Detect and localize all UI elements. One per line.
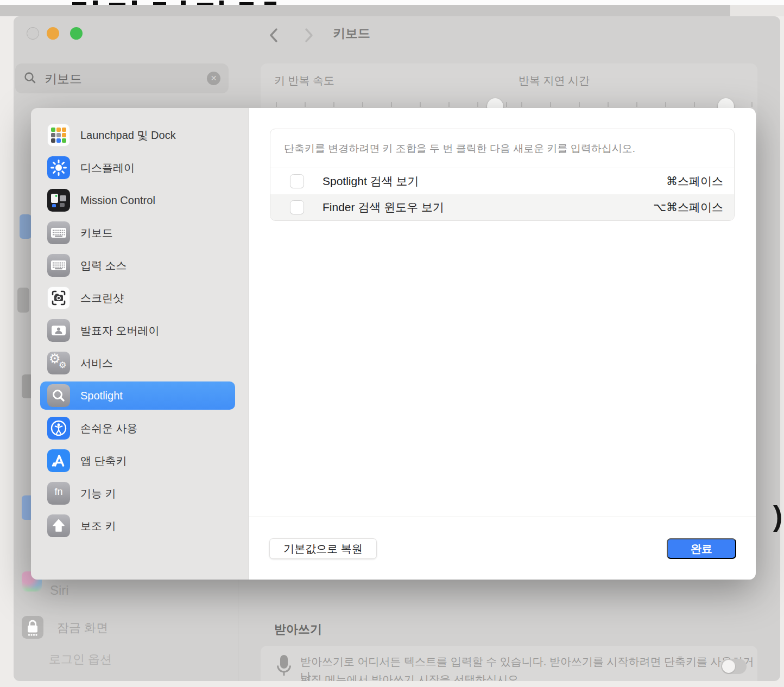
back-button[interactable] xyxy=(266,25,282,48)
input-sources-icon xyxy=(47,254,70,277)
sidebar-item-login-options[interactable]: 로그인 옵션 xyxy=(49,651,112,667)
presenter-overlay-icon xyxy=(47,319,70,342)
dictation-description-line2: 편집 메뉴에서 받아쓰기 시작을 선택하십시오. xyxy=(300,672,522,681)
background-strip-right xyxy=(730,5,784,16)
dictation-heading: 받아쓰기 xyxy=(274,621,322,638)
background-strip xyxy=(0,5,784,16)
function-keys-icon: fn xyxy=(47,482,70,505)
services-icon: ⚙⚙ xyxy=(47,352,70,374)
screenshot-icon xyxy=(47,287,70,309)
keyboard-shortcuts-sheet: Launchpad 및 Dock 디스플레이 Mission Control 키… xyxy=(31,108,756,580)
sidebar-item-app-shortcuts[interactable]: 앱 단축키 xyxy=(40,447,235,475)
dictation-toggle[interactable] xyxy=(721,659,747,674)
sidebar-item-accessibility[interactable]: 손쉬운 사용 xyxy=(40,414,235,442)
instruction-text: 단축키를 변경하려면 키 조합을 두 번 클릭한 다음 새로운 키를 입력하십시… xyxy=(270,129,734,168)
search-value: 키보드 xyxy=(45,71,82,87)
minimize-button[interactable] xyxy=(47,27,59,40)
partial-sidebar-icon xyxy=(17,288,29,313)
toggle-knob xyxy=(722,660,735,673)
shortcut-keys: ⌘스페이스 xyxy=(666,174,734,189)
partial-sidebar-icon xyxy=(20,214,31,239)
sidebar-item-function-keys[interactable]: fn 기능 키 xyxy=(40,479,235,507)
search-icon xyxy=(24,72,36,86)
modifier-keys-icon xyxy=(47,514,70,537)
shortcuts-content: 단축키를 변경하려면 키 조합을 두 번 클릭한 다음 새로운 키를 입력하십시… xyxy=(249,108,756,580)
sidebar-item-screenshot[interactable]: 스크린샷 xyxy=(40,284,235,312)
shortcut-keys: ⌥⌘스페이스 xyxy=(653,200,734,215)
sidebar-item-display[interactable]: 디스플레이 xyxy=(40,154,235,182)
forward-button[interactable] xyxy=(300,25,317,48)
clear-search-icon[interactable]: ✕ xyxy=(207,72,220,85)
accessibility-icon xyxy=(47,417,70,440)
shortcut-label: Spotlight 검색 보기 xyxy=(323,174,419,189)
key-repeat-label: 키 반복 속도 xyxy=(274,73,334,88)
microphone-icon xyxy=(274,652,294,681)
sidebar-item-services[interactable]: ⚙⚙ 서비스 xyxy=(40,349,235,377)
sidebar-item-input-sources[interactable]: 입력 소스 xyxy=(40,251,235,279)
sidebar-item-siri[interactable]: Siri xyxy=(50,583,69,598)
lock-icon xyxy=(22,616,43,639)
footer-divider xyxy=(249,517,756,517)
app-shortcuts-icon xyxy=(47,449,70,472)
sidebar-item-lock-screen[interactable]: 잠금 화면 xyxy=(57,620,108,636)
screen: 키보드 ✕ 키보드 키 반복 속도 반복 지연 시간 Siri 잠금 화면 xyxy=(0,0,784,687)
clipped-content-strip xyxy=(0,0,784,5)
display-icon xyxy=(47,156,70,179)
sidebar-item-spotlight[interactable]: Spotlight xyxy=(40,381,235,410)
sidebar-item-mission-control[interactable]: Mission Control xyxy=(40,186,235,214)
launchpad-icon xyxy=(47,124,70,147)
sidebar-item-modifier-keys[interactable]: 보조 키 xyxy=(40,512,235,540)
shortcut-row[interactable]: Spotlight 검색 보기 ⌘스페이스 xyxy=(270,168,734,194)
key-repeat-slider-ticks xyxy=(276,102,507,107)
clipped-glyph: ) xyxy=(773,500,782,532)
zoom-button[interactable] xyxy=(70,27,83,40)
sidebar-item-presenter-overlay[interactable]: 발표자 오버레이 xyxy=(40,316,235,345)
shortcut-checkbox[interactable] xyxy=(290,200,304,214)
keyboard-icon xyxy=(47,221,70,244)
shortcuts-sidebar: Launchpad 및 Dock 디스플레이 Mission Control 키… xyxy=(31,108,249,580)
sidebar-content-divider xyxy=(238,580,238,681)
shortcut-row[interactable]: Finder 검색 윈도우 보기 ⌥⌘스페이스 xyxy=(270,194,734,220)
repeat-delay-label: 반복 지연 시간 xyxy=(519,73,590,88)
shortcut-label: Finder 검색 윈도우 보기 xyxy=(323,200,444,215)
close-button[interactable] xyxy=(27,27,39,40)
dictation-panel: 받아쓰기로 어디서든 텍스트를 입력할 수 있습니다. 받아쓰기를 시작하려면 … xyxy=(261,646,757,681)
page-title: 키보드 xyxy=(333,25,370,42)
sidebar-item-keyboard[interactable]: 키보드 xyxy=(40,219,235,247)
sidebar-item-launchpad[interactable]: Launchpad 및 Dock xyxy=(40,121,235,149)
restore-defaults-button[interactable]: 기본값으로 복원 xyxy=(269,538,377,559)
shortcut-checkbox[interactable] xyxy=(290,174,304,188)
mission-control-icon xyxy=(47,189,70,212)
search-input[interactable]: 키보드 ✕ xyxy=(15,63,229,93)
shortcut-list-panel: 단축키를 변경하려면 키 조합을 두 번 클릭한 다음 새로운 키를 입력하십시… xyxy=(270,129,735,221)
done-button[interactable]: 완료 xyxy=(667,538,736,559)
spotlight-icon xyxy=(47,384,70,407)
